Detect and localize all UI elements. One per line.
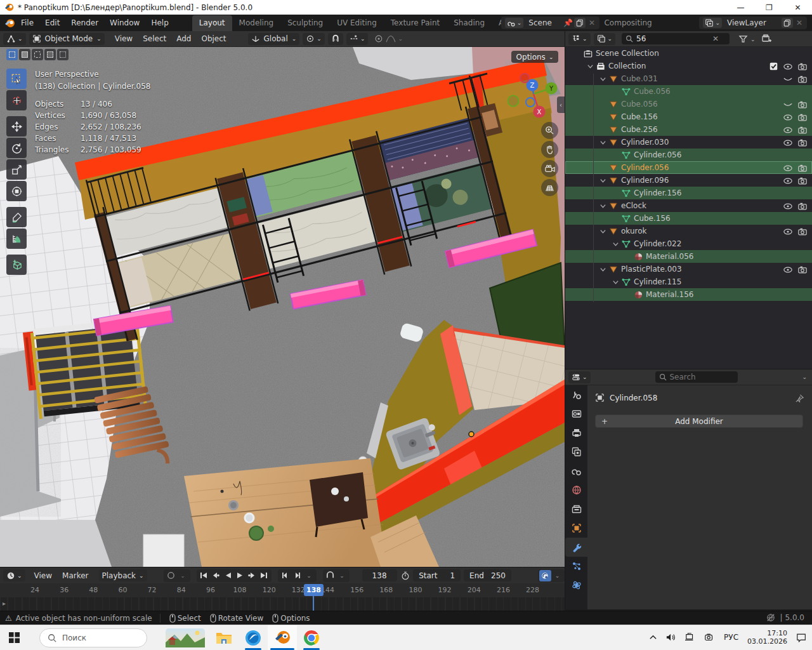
- outliner-row-cylinder-156[interactable]: Cylinder.156: [565, 187, 812, 199]
- copy-viewlayer-button[interactable]: [782, 18, 793, 28]
- pivot-dropdown[interactable]: ⌄: [303, 33, 325, 45]
- disable-render-toggle[interactable]: [798, 138, 807, 147]
- outliner-row-cube-256[interactable]: Cube.256: [565, 123, 812, 136]
- viewport-canvas[interactable]: User Perspective (138) Collection | Cyli…: [0, 47, 565, 567]
- hide-viewport-toggle[interactable]: [783, 74, 792, 83]
- workspace-tab-uv-editing[interactable]: UV Editing: [330, 15, 384, 31]
- tool-cursor[interactable]: [6, 90, 27, 110]
- outliner-row-cylinder-096[interactable]: Cylinder.096: [565, 174, 812, 187]
- hide-viewport-toggle[interactable]: [783, 138, 792, 147]
- hide-viewport-toggle[interactable]: [783, 227, 792, 235]
- menu-file[interactable]: File: [15, 16, 39, 30]
- sync-dropdown[interactable]: ⌄: [551, 570, 563, 581]
- expand-arrow-icon[interactable]: [599, 176, 606, 185]
- next-keyframe-button[interactable]: [246, 570, 258, 581]
- expand-arrow-icon[interactable]: [599, 74, 606, 83]
- camera-view-button[interactable]: [541, 160, 558, 177]
- timeline-ruler[interactable]: 2436486072849610812013214415616818019220…: [0, 583, 565, 597]
- speaker-icon[interactable]: [666, 633, 676, 642]
- outliner-filter-dropdown[interactable]: ⌄: [738, 34, 755, 44]
- tool-move[interactable]: [6, 116, 27, 136]
- outliner-search[interactable]: ✕: [622, 33, 730, 44]
- properties-editor-type-button[interactable]: ⌄: [568, 371, 591, 383]
- end-frame-field[interactable]: End 250: [464, 569, 511, 581]
- viewport-menu-add[interactable]: Add: [171, 32, 196, 46]
- close-button[interactable]: ✕: [783, 0, 812, 15]
- add-modifier-button[interactable]: + Add Modifier: [595, 415, 803, 428]
- outliner-row-cube-156[interactable]: Cube.156: [565, 212, 812, 225]
- timeline-menu-marker[interactable]: Marker: [57, 569, 93, 583]
- tool-transform[interactable]: [6, 181, 27, 201]
- outliner-row-material-156[interactable]: Material.156: [565, 288, 812, 301]
- properties-tab-output[interactable]: [565, 423, 588, 442]
- scene-name[interactable]: Scene: [525, 18, 563, 27]
- viewport-menu-object[interactable]: Object: [196, 32, 231, 46]
- viewlayer-icon[interactable]: ⌄: [703, 18, 722, 28]
- disable-render-toggle[interactable]: [798, 176, 807, 185]
- workspace-tab-compositing[interactable]: Compositing: [597, 15, 658, 31]
- proportional-editing-toggle[interactable]: ⌄: [371, 33, 406, 45]
- properties-tab-world[interactable]: [565, 481, 588, 500]
- disable-render-toggle[interactable]: [798, 125, 807, 134]
- mode-dropdown[interactable]: Object Mode ⌄: [29, 33, 105, 45]
- clear-search-icon[interactable]: ✕: [712, 34, 719, 43]
- pin-icon[interactable]: [795, 394, 804, 403]
- outliner-row-scene collection[interactable]: Scene Collection: [565, 47, 812, 60]
- properties-tab-scene[interactable]: [565, 461, 588, 481]
- outliner-row-cylinder-022[interactable]: Cylinder.022: [565, 237, 812, 250]
- properties-tab-object[interactable]: [565, 519, 588, 538]
- properties-tab-particles[interactable]: [565, 557, 588, 576]
- play-button[interactable]: [234, 570, 246, 581]
- gizmo-y-neg-axis[interactable]: [508, 96, 519, 107]
- outliner-display-mode-button[interactable]: ⌄: [568, 33, 591, 45]
- disable-render-toggle[interactable]: [798, 62, 807, 70]
- menu-help[interactable]: Help: [145, 16, 174, 30]
- expand-arrow-icon[interactable]: [599, 265, 606, 274]
- outliner-row-cube-056[interactable]: Cube.056: [565, 85, 812, 98]
- menu-window[interactable]: Window: [104, 16, 145, 30]
- widgets-button[interactable]: [161, 625, 209, 650]
- menu-edit[interactable]: Edit: [39, 16, 65, 30]
- viewport-menu-view[interactable]: View: [110, 32, 138, 46]
- zoom-button[interactable]: [541, 122, 558, 139]
- playback-dropdown[interactable]: Playback ⌄: [99, 569, 147, 581]
- disable-render-toggle[interactable]: [798, 74, 807, 83]
- workspace-tab-shading[interactable]: Shading: [447, 15, 492, 31]
- properties-search-input[interactable]: [670, 373, 727, 381]
- tool-add-cube[interactable]: [6, 255, 27, 275]
- outliner-row-cube-156[interactable]: Cube.156: [565, 110, 812, 123]
- mode-select-box-button[interactable]: [19, 49, 30, 60]
- hide-viewport-toggle[interactable]: [783, 163, 792, 172]
- snap-settings-dropdown[interactable]: ⌄: [346, 33, 369, 45]
- snap-dropdown[interactable]: ⌄: [336, 570, 348, 581]
- viewport-menu-select[interactable]: Select: [138, 32, 171, 46]
- use-preview-range-toggle[interactable]: [401, 570, 410, 581]
- workspace-tab-texture-paint[interactable]: Texture Paint: [384, 15, 447, 31]
- mode-tweak-button[interactable]: [6, 49, 18, 60]
- viewlayer-selector[interactable]: ⌄ ViewLayer ✕: [699, 17, 807, 29]
- properties-search[interactable]: [655, 371, 738, 383]
- outliner-row-okurok[interactable]: okurok: [565, 225, 812, 237]
- tray-chevron-up-icon[interactable]: [649, 633, 657, 642]
- outliner-row-cylinder-056[interactable]: Cylinder.056: [565, 161, 812, 174]
- blender-menu-icon[interactable]: [4, 18, 15, 29]
- outliner-filter-image-button[interactable]: ⌄: [594, 33, 616, 45]
- workspace-tab-modeling[interactable]: Modeling: [232, 15, 281, 31]
- jump-to-start-button[interactable]: [198, 570, 210, 581]
- workspace-tab-layout[interactable]: Layout: [192, 15, 232, 31]
- pan-button[interactable]: [541, 141, 558, 158]
- properties-options-dropdown[interactable]: ⌄: [802, 374, 807, 380]
- outliner-row-cube-056[interactable]: Cube.056: [565, 98, 812, 110]
- channel-expand-arrow[interactable]: ▸: [3, 600, 6, 607]
- properties-tab-physics[interactable]: [565, 576, 588, 595]
- outliner-row-cylinder-115[interactable]: Cylinder.115: [565, 275, 812, 288]
- scene-icon[interactable]: ⌄: [505, 18, 524, 28]
- restore-button[interactable]: ❐: [755, 0, 783, 15]
- hide-viewport-toggle[interactable]: [783, 125, 792, 134]
- play-reverse-button[interactable]: [222, 570, 234, 581]
- screen-record-icon[interactable]: [704, 633, 715, 642]
- step-dropdown[interactable]: ⌄: [303, 570, 315, 581]
- scene-selector[interactable]: ⌄ Scene 📌 ✕: [501, 17, 599, 29]
- expand-arrow-icon[interactable]: [599, 201, 606, 210]
- outliner-search-input[interactable]: [636, 34, 712, 43]
